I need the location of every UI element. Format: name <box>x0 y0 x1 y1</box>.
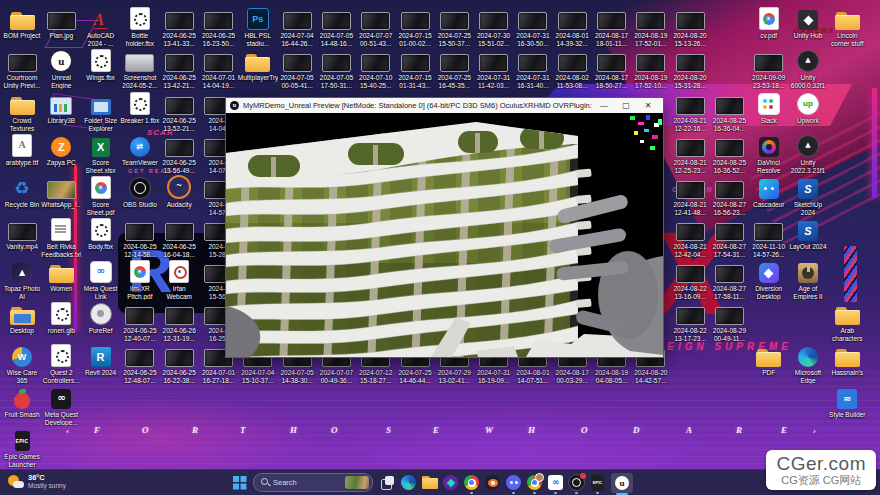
desktop-icon-2024-08-21-12-42-04[interactable]: 2024-08-21 12-42-04... <box>670 219 710 258</box>
desktop-icon-whatsapp-i[interactable]: WhatsApp_I... <box>41 177 81 209</box>
taskbar-icon-meta-quest-link[interactable]: ∞ <box>547 473 564 493</box>
taskbar-icon-discord[interactable] <box>505 473 522 493</box>
desktop-icon-2024-06-25-13-42-21[interactable]: 2024-06-25 13-42-21... <box>159 50 199 89</box>
desktop-icon-2024-07-10-15-40-25[interactable]: 2024-07-10 15-40-25... <box>356 50 396 89</box>
desktop-icon-unity-2022-3-21f1[interactable]: ▲Unity 2022.3.21f1 <box>788 135 828 174</box>
desktop-icon-pureref[interactable]: PureRef <box>81 303 121 335</box>
desktop-icon-score-sheet-pdf[interactable]: Score Sheet.pdf <box>81 177 121 216</box>
minimize-button[interactable]: — <box>593 98 615 113</box>
desktop-icon-2024-08-29-00-49-11[interactable]: 2024-08-29 00-49-11... <box>709 303 749 342</box>
desktop-icon-breaker-1-fbx[interactable]: Breaker 1.fbx <box>120 93 160 125</box>
desktop-icon-2024-08-02-11-53-08[interactable]: 2024-08-02 11-53-08... <box>552 50 592 89</box>
desktop-icon-2024-08-20-15-31-28[interactable]: 2024-08-20 15-31-28... <box>670 50 710 89</box>
desktop-icon-slack[interactable]: Slack <box>749 93 789 125</box>
taskbar-icon-unreal-engine[interactable]: u <box>610 473 634 493</box>
desktop-icon-hbl-psl-stadiu[interactable]: PsHBL PSL stadiu... <box>238 8 278 47</box>
desktop-icon-hassnain-s[interactable]: Hassnain's <box>827 345 867 377</box>
taskbar-icon-task-view[interactable] <box>379 473 396 493</box>
desktop-icon-vanity-mp4[interactable]: Vanity.mp4 <box>2 219 42 251</box>
desktop-icon-obs-studio[interactable]: OBS Studio <box>120 177 160 209</box>
desktop-icon-screenshot-2024-05-2[interactable]: Screenshot 2024-05-2... <box>120 50 160 89</box>
desktop-icon-2024-06-25-12-48-07[interactable]: 2024-06-25 12-48-07... <box>120 345 160 384</box>
desktop-icon-2024-06-25-12-40-07[interactable]: 2024-06-25 12-40-07... <box>120 303 160 342</box>
taskbar-icon-app-cube[interactable] <box>442 473 459 493</box>
desktop-icon-pdf[interactable]: PDF <box>749 345 789 377</box>
desktop-icon-wings-fbx[interactable]: Wings.fbx <box>81 50 121 82</box>
desktop-icon-2024-07-15-01-00-02[interactable]: 2024-07-15 01-00-02... <box>395 8 435 47</box>
desktop-icon-2024-08-01-14-39-32[interactable]: 2024-08-01 14-39-32... <box>552 8 592 47</box>
desktop-icon-meta-quest-develope[interactable]: ∞Meta Quest Develope... <box>41 387 81 426</box>
desktop-icon-cv-pdf[interactable]: cv.pdf <box>749 8 789 40</box>
desktop-icon-age-of-empires-ii[interactable]: Age of Empires II <box>788 261 828 300</box>
desktop-icon-autocad-2024[interactable]: AAutoCAD 2024 - ... <box>81 8 121 47</box>
desktop-icon-plan-jpg[interactable]: Plan.jpg <box>41 8 81 40</box>
desktop-icon-2024-08-22-13-17-23[interactable]: 2024-08-22 13-17-23... <box>670 303 710 342</box>
desktop-icon-2024-08-19-17-52-10[interactable]: 2024-08-19 17-52-10... <box>631 50 671 89</box>
taskbar-icon-chrome-profile[interactable] <box>526 473 543 493</box>
desktop-icon-bom-project[interactable]: BOM Project <box>2 8 42 40</box>
desktop-icon-library3b[interactable]: Library3B <box>41 93 81 125</box>
desktop-icon-unreal-engine[interactable]: uUnreal Engine <box>41 50 81 89</box>
desktop-icon-body-fbx[interactable]: Body.fbx <box>81 219 121 251</box>
taskbar-icon-obs-studio[interactable] <box>568 473 585 493</box>
desktop-icon-recycle-bin[interactable]: ♻Recycle Bin <box>2 177 42 209</box>
desktop-icon-women[interactable]: Women <box>41 261 81 293</box>
desktop-icon-2024-07-15-01-31-43[interactable]: 2024-07-15 01-31-43... <box>395 50 435 89</box>
desktop-icon-2024-07-31-16-31-40[interactable]: 2024-07-31 16-31-40... <box>513 50 553 89</box>
desktop-icon-arab-characters[interactable]: Arab characters <box>827 303 867 342</box>
desktop-icon-ilm-xr-pitch-pdf[interactable]: Ilm-XR Pitch.pdf <box>120 261 160 300</box>
desktop-icon-2024-07-05-14-48-16[interactable]: 2024-07-05 14-48-16... <box>316 8 356 47</box>
desktop-icon-2024-07-05-17-50-31[interactable]: 2024-07-05 17-50-31... <box>316 50 356 89</box>
desktop-icon-fruit-smash[interactable]: Fruit Smash <box>2 387 42 419</box>
desktop-icon-2024-08-20-15-13-26[interactable]: 2024-08-20 15-13-26... <box>670 8 710 47</box>
desktop-icon-2024-11-10-14-57-26[interactable]: 2024-11-10 14-57-26... <box>749 219 789 258</box>
desktop-icon-2024-08-17-18-01-11[interactable]: 2024-08-17 18-01-11... <box>592 8 632 47</box>
desktop-icon-2024-06-25-16-23-50[interactable]: 2024-06-25 16-23-50... <box>199 8 239 47</box>
desktop-icon-style-builder[interactable]: ≈Style Builder <box>827 387 867 419</box>
desktop-icon-ronen-glb[interactable]: ronen.glb <box>41 303 81 335</box>
desktop-icon-2024-07-25-16-45-35[interactable]: 2024-07-25 16-45-35... <box>434 50 474 89</box>
desktop-icon-audacity[interactable]: ~Audacity <box>159 177 199 209</box>
desktop-icon-2024-06-25-16-04-18[interactable]: 2024-06-25 16-04-18... <box>159 219 199 258</box>
desktop-icon-2024-07-25-15-50-37[interactable]: 2024-07-25 15-50-37... <box>434 8 474 47</box>
desktop-icon-wise-care-365[interactable]: WWise Care 365 <box>2 345 42 384</box>
desktop-icon-2024-06-25-13-41-33[interactable]: 2024-06-25 13-41-33... <box>159 8 199 47</box>
desktop-icon-2024-08-22-13-16-09[interactable]: 2024-08-22 13-16-09... <box>670 261 710 300</box>
taskbar-icon-chrome[interactable] <box>463 473 480 493</box>
desktop-icon-2024-07-04-16-44-26[interactable]: 2024-07-04 16-44-26... <box>277 8 317 47</box>
desktop-icon-folder-size-explorer[interactable]: Folder Size Explorer <box>81 93 121 132</box>
desktop-icon-courtroom-unity-previ[interactable]: Courtroom Unity Previ... <box>2 50 42 89</box>
3d-viewport[interactable] <box>226 113 663 357</box>
desktop-icon-layout-2024[interactable]: SLayOut 2024 <box>788 219 828 251</box>
desktop-icon-meta-quest-link[interactable]: ∞Meta Quest Link <box>81 261 121 300</box>
desktop-icon-crowd-textures[interactable]: Crowd Textures <box>2 93 42 132</box>
desktop-icon-2024-07-01-14-04-19[interactable]: 2024-07-01 14-04-19... <box>199 50 239 89</box>
taskbar-icon-file-explorer[interactable] <box>421 473 438 493</box>
desktop-icon-2024-06-25-13-52-21[interactable]: 2024-06-25 13-52-21... <box>159 93 199 132</box>
desktop-icon-2024-09-09-23-53-18[interactable]: 2024-09-09 23-53-18... <box>749 50 789 89</box>
unreal-preview-window[interactable]: u MyMRDemo_Unreal Preview [NetMode: Stan… <box>225 97 664 358</box>
desktop-icon-microsoft-edge[interactable]: Microsoft Edge <box>788 345 828 384</box>
maximize-button[interactable]: ▢ <box>615 98 637 113</box>
weather-widget[interactable]: 36°C Mostly sunny <box>8 473 66 490</box>
taskbar-icon-edge[interactable] <box>400 473 417 493</box>
desktop-icon-2024-06-25-12-14-58[interactable]: 2024-06-25 12-14-58... <box>120 219 160 258</box>
desktop-icon-2024-08-27-17-58-11[interactable]: 2024-08-27 17-58-11... <box>709 261 749 300</box>
desktop-icon-topaz-photo-ai[interactable]: ▲Topaz Photo AI <box>2 261 42 300</box>
desktop-icon-upwork[interactable]: upUpwork <box>788 93 828 125</box>
desktop-icon-2024-06-25-13-56-49[interactable]: 2024-06-25 13-56-49... <box>159 135 199 174</box>
desktop-icon-2024-08-27-16-56-23[interactable]: 2024-08-27 16-56-23... <box>709 177 749 216</box>
taskbar-icon-blender[interactable] <box>484 473 501 493</box>
desktop-icon-bottle-holder-fbx[interactable]: Bottle holder.fbx <box>120 8 160 47</box>
desktop-icon-desktop[interactable]: Desktop <box>2 303 42 335</box>
desktop-icon-arabtype-ttf[interactable]: Aarabtype.ttf <box>2 135 42 167</box>
window-titlebar[interactable]: u MyMRDemo_Unreal Preview [NetMode: Stan… <box>226 98 663 113</box>
desktop-icon-2024-07-05-00-05-41[interactable]: 2024-07-05 00-05-41... <box>277 50 317 89</box>
desktop-icon-davinci-resolve[interactable]: DaVinci Resolve <box>749 135 789 174</box>
desktop-icon-lincoln-corner-stuff[interactable]: Lincoln corner stuff <box>827 8 867 47</box>
desktop-icon-unity-hub[interactable]: Unity Hub <box>788 8 828 40</box>
desktop-icon-beit-rivka-feedbacks-txt[interactable]: Beit Rivka Feedbacks.txt <box>41 219 81 258</box>
desktop-icon-2024-07-30-15-51-02[interactable]: 2024-07-30 15-51-02... <box>474 8 514 47</box>
desktop-icon-2024-08-17-18-50-27[interactable]: 2024-08-17 18-50-27... <box>592 50 632 89</box>
desktop-icon-quest-2-controllers[interactable]: Quest 2 Controllers... <box>41 345 81 384</box>
